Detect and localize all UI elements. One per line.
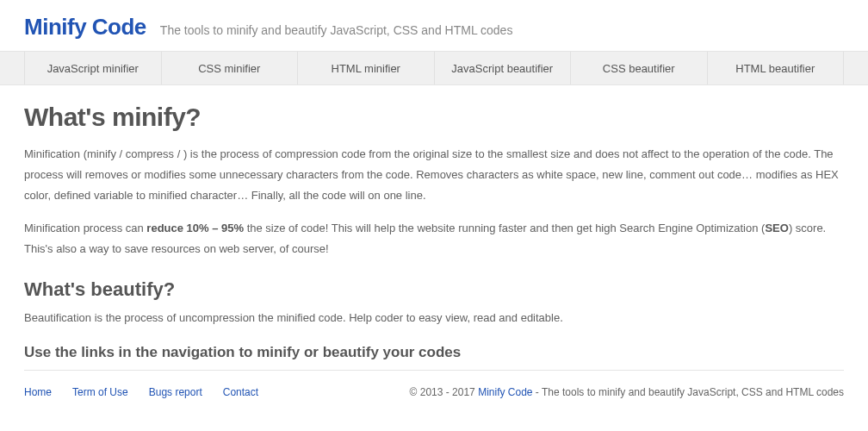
footer-link-home[interactable]: Home <box>24 386 52 398</box>
footer-link-bugs[interactable]: Bugs report <box>149 386 202 398</box>
footer-link-minify-code[interactable]: Minify Code <box>478 386 532 398</box>
tagline: The tools to minify and beautify JavaScr… <box>160 23 513 37</box>
nav-js-beautifier[interactable]: JavaScript beautifier <box>434 52 571 84</box>
minify-description-1: Minification (minify / compress / ) is t… <box>24 144 844 206</box>
minify-description-2: Minification process can reduce 10% – 95… <box>24 218 844 259</box>
nav-css-minifier[interactable]: CSS minifier <box>161 52 298 84</box>
footer-copyright: © 2013 - 2017 Minify Code - The tools to… <box>410 386 844 398</box>
content: What's minify? Minification (minify / co… <box>0 85 868 386</box>
footer-link-terms[interactable]: Term of Use <box>72 386 128 398</box>
nav-html-minifier[interactable]: HTML minifier <box>297 52 434 84</box>
nav-js-minifier[interactable]: JavaScript minifier <box>24 52 161 84</box>
nav-css-beautifier[interactable]: CSS beautifier <box>570 52 707 84</box>
divider <box>24 370 844 371</box>
site-title[interactable]: Minify Code <box>24 14 146 41</box>
heading-use-links: Use the links in the navigation to minif… <box>24 344 844 361</box>
footer-link-contact[interactable]: Contact <box>223 386 258 398</box>
main-nav: JavaScript minifier CSS minifier HTML mi… <box>0 51 868 85</box>
beautify-description: Beautification is the process of uncompr… <box>24 308 844 328</box>
footer-links: Home Term of Use Bugs report Contact <box>24 386 258 398</box>
heading-beautify: What's beautify? <box>24 278 844 301</box>
header: Minify Code The tools to minify and beau… <box>0 0 868 51</box>
footer: Home Term of Use Bugs report Contact © 2… <box>0 386 868 409</box>
heading-minify: What's minify? <box>24 103 844 132</box>
nav-html-beautifier[interactable]: HTML beautifier <box>707 52 845 84</box>
